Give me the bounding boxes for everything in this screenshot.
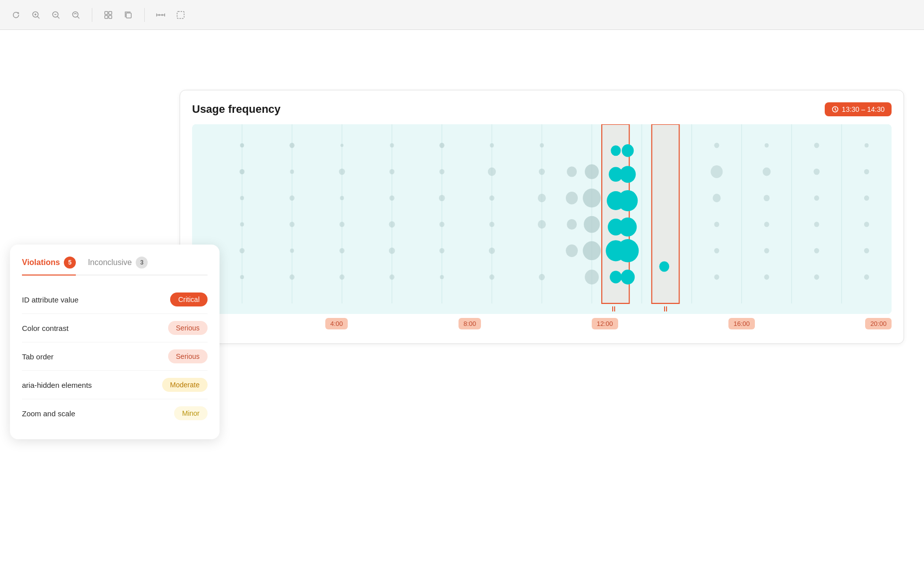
main-content: Usage frequency 13:30 – 14:30 (0, 30, 924, 572)
severity-badge: Moderate (162, 378, 208, 392)
violation-row[interactable]: Zoom and scale Minor (22, 399, 208, 427)
svg-point-40 (289, 143, 294, 148)
svg-point-57 (567, 166, 577, 177)
chart-title: Usage frequency (192, 103, 280, 116)
svg-point-65 (584, 216, 600, 233)
tab-inconclusive[interactable]: Inconclusive 3 (88, 257, 148, 269)
violation-list: ID attribute value Critical Color contra… (22, 286, 208, 427)
svg-point-68 (538, 220, 546, 229)
zoom-in-icon[interactable] (30, 9, 42, 21)
svg-point-48 (814, 143, 819, 148)
svg-point-85 (712, 194, 720, 202)
time-label-20: 20:00 (865, 318, 892, 329)
zoom-out-icon[interactable] (50, 9, 62, 21)
grid-icon[interactable] (102, 9, 114, 21)
svg-point-62 (864, 169, 869, 175)
violation-row[interactable]: Color contrast Serious (22, 314, 208, 342)
svg-point-86 (764, 195, 770, 201)
violation-row[interactable]: aria-hidden elements Moderate (22, 371, 208, 399)
svg-point-82 (617, 239, 639, 262)
measure-icon[interactable] (155, 9, 167, 21)
severity-badge: Minor (174, 406, 208, 420)
violations-panel: Violations 5 Inconclusive 3 ID attribute… (10, 245, 220, 439)
svg-point-46 (714, 143, 719, 148)
svg-point-97 (714, 275, 719, 280)
time-range-badge[interactable]: 13:30 – 14:30 (825, 102, 892, 116)
svg-point-108 (289, 222, 294, 227)
refresh-icon[interactable] (10, 9, 22, 21)
svg-point-41 (340, 144, 343, 147)
svg-point-70 (566, 245, 578, 257)
svg-point-96 (864, 248, 869, 254)
svg-point-54 (440, 169, 445, 175)
svg-point-120 (289, 275, 294, 280)
svg-point-67 (538, 194, 546, 202)
svg-point-88 (864, 196, 869, 201)
tab-violations[interactable]: Violations 5 (22, 257, 76, 276)
svg-point-72 (611, 145, 621, 156)
violation-name: Tab order (22, 352, 53, 361)
chart-header: Usage frequency 13:30 – 14:30 (192, 102, 892, 116)
svg-point-122 (390, 275, 395, 280)
svg-point-80 (618, 190, 638, 211)
svg-rect-9 (105, 11, 108, 14)
svg-point-52 (339, 169, 345, 175)
svg-point-81 (619, 218, 637, 237)
svg-point-90 (764, 222, 769, 227)
svg-point-56 (539, 169, 545, 175)
chart-area: ⏸ ⏸ (192, 124, 892, 314)
svg-rect-10 (109, 11, 112, 14)
svg-point-101 (240, 196, 244, 200)
svg-rect-36 (652, 124, 679, 303)
svg-point-78 (622, 144, 634, 157)
svg-point-121 (339, 275, 344, 280)
svg-point-43 (440, 143, 445, 148)
svg-point-102 (289, 196, 294, 201)
svg-text:⏸: ⏸ (610, 304, 617, 312)
svg-point-118 (489, 248, 495, 254)
svg-point-42 (390, 143, 394, 147)
tab-violations-count: 5 (64, 257, 76, 269)
svg-point-49 (865, 143, 869, 147)
chart-svg: ⏸ ⏸ (192, 124, 892, 314)
svg-point-98 (764, 275, 769, 280)
svg-point-114 (290, 249, 294, 253)
svg-point-87 (814, 196, 819, 201)
svg-point-111 (440, 222, 445, 227)
svg-point-124 (489, 275, 494, 280)
svg-point-99 (814, 275, 819, 280)
svg-point-64 (566, 192, 578, 204)
tab-inconclusive-label: Inconclusive (88, 258, 132, 267)
reset-zoom-icon[interactable] (70, 9, 82, 21)
time-axis: 0:00 4:00 8:00 12:00 16:00 20:00 (192, 314, 892, 331)
svg-line-6 (57, 16, 59, 18)
svg-point-93 (714, 248, 719, 254)
svg-point-66 (567, 219, 577, 230)
violation-row[interactable]: ID attribute value Critical (22, 286, 208, 314)
svg-point-60 (763, 168, 771, 176)
tab-violations-label: Violations (22, 258, 60, 267)
svg-point-55 (488, 168, 496, 176)
svg-point-79 (620, 166, 636, 183)
svg-point-107 (240, 222, 244, 226)
svg-point-50 (239, 169, 244, 175)
divider-2 (144, 8, 145, 22)
svg-point-123 (440, 275, 444, 279)
svg-point-89 (714, 222, 719, 227)
svg-point-69 (583, 241, 601, 260)
svg-point-39 (240, 143, 244, 147)
violation-row[interactable]: Tab order Serious (22, 342, 208, 371)
time-label-12: 12:00 (592, 318, 618, 329)
select-icon[interactable] (175, 9, 187, 21)
duplicate-icon[interactable] (122, 9, 134, 21)
svg-point-61 (814, 169, 820, 175)
svg-point-112 (489, 222, 494, 227)
svg-point-7 (73, 11, 78, 17)
svg-line-8 (77, 16, 79, 18)
divider-1 (92, 8, 92, 22)
clock-icon (832, 106, 839, 113)
svg-point-95 (814, 248, 819, 254)
severity-badge: Serious (168, 321, 208, 335)
svg-point-109 (339, 222, 344, 227)
svg-point-77 (610, 271, 622, 283)
